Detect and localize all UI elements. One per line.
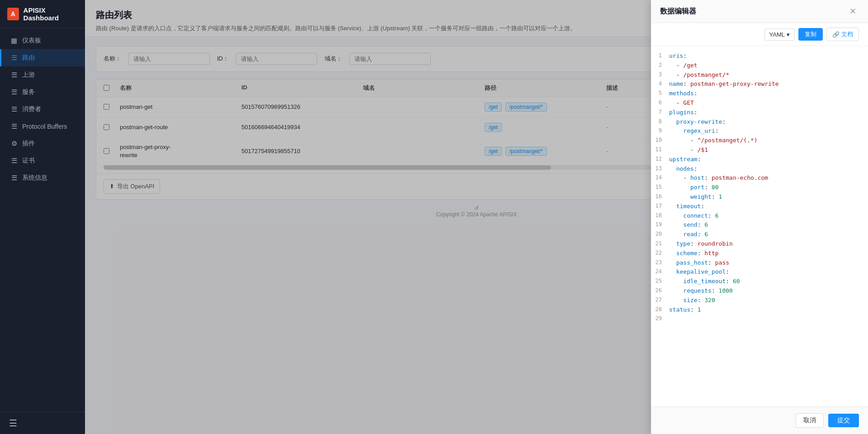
sidebar-item-routes[interactable]: ☰ 路由	[0, 49, 85, 66]
code-line: 25 idle_timeout: 60	[651, 277, 868, 286]
code-line: 18 connect: 6	[651, 211, 868, 221]
copy-button[interactable]: 复制	[798, 28, 823, 41]
data-editor-panel: 数据编辑器 ✕ YAML ▾ 复制 🔗 文档 1uris:2 - /get3 -…	[651, 0, 868, 434]
sidebar-item-label: 系统信息	[22, 174, 47, 182]
logo-icon: A	[7, 8, 19, 20]
sidebar-item-consumers[interactable]: ☰ 消费者	[0, 101, 85, 118]
code-line: 22 scheme: http	[651, 249, 868, 258]
format-label: YAML	[769, 31, 785, 38]
cancel-button[interactable]: 取消	[796, 413, 824, 428]
panel-toolbar: YAML ▾ 复制 🔗 文档	[651, 23, 868, 46]
sidebar-logo: A APISIX Dashboard	[0, 0, 85, 28]
close-button[interactable]: ✕	[847, 6, 859, 16]
code-line: 27 size: 320	[651, 296, 868, 305]
code-line: 23 pass_host: pass	[651, 258, 868, 268]
sidebar-item-label: 消费者	[22, 105, 41, 113]
sidebar-item-protocol-buffers[interactable]: ☰ Protocol Buffers	[0, 118, 85, 135]
upstream-icon: ☰	[10, 71, 18, 79]
sidebar-item-label: 服务	[22, 88, 35, 96]
panel-header: 数据编辑器 ✕	[651, 0, 868, 23]
code-line: 17 timeout:	[651, 202, 868, 211]
sidebar-item-label: 仪表板	[22, 37, 41, 45]
sidebar-item-system-info[interactable]: ☰ 系统信息	[0, 169, 85, 187]
code-line: 5methods:	[651, 89, 868, 98]
doc-button[interactable]: 🔗 文档	[826, 28, 859, 41]
sidebar-item-label: 证书	[22, 157, 35, 165]
code-line: 12upstream:	[651, 155, 868, 164]
sidebar-item-label: 路由	[22, 54, 35, 62]
code-line: 14 - host: postman-echo.com	[651, 173, 868, 183]
sidebar-item-label: Protocol Buffers	[22, 123, 67, 130]
panel-footer: 取消 提交	[651, 406, 868, 434]
code-line: 19 send: 6	[651, 220, 868, 230]
code-line: 11 - /$1	[651, 145, 868, 155]
link-icon: 🔗	[832, 31, 840, 38]
system-icon: ☰	[10, 174, 18, 182]
chevron-down-icon: ▾	[787, 31, 790, 38]
format-selector[interactable]: YAML ▾	[764, 28, 795, 41]
panel-title: 数据编辑器	[660, 7, 696, 16]
code-line: 13 nodes:	[651, 164, 868, 174]
sidebar-item-services[interactable]: ☰ 服务	[0, 84, 85, 101]
sidebar-nav: ▦ 仪表板 ☰ 路由 ☰ 上游 ☰ 服务 ☰ 消费者 ☰ Protocol Bu…	[0, 28, 85, 412]
code-editor[interactable]: 1uris:2 - /get3 - /postmanget/*4name: po…	[651, 46, 868, 406]
collapse-icon: ☰	[9, 418, 17, 428]
dashboard-icon: ▦	[10, 37, 18, 45]
sidebar-collapse-button[interactable]: ☰	[0, 412, 85, 434]
code-line: 8 proxy-rewrite:	[651, 117, 868, 127]
services-icon: ☰	[10, 88, 18, 96]
code-line: 29	[651, 314, 868, 323]
sidebar-item-label: 上游	[22, 71, 35, 79]
sidebar-item-plugins[interactable]: ⚙ 插件	[0, 135, 85, 152]
routes-icon: ☰	[10, 54, 18, 62]
code-line: 3 - /postmanget/*	[651, 70, 868, 80]
code-line: 15 port: 80	[651, 183, 868, 192]
code-line: 24 keepalive_pool:	[651, 267, 868, 277]
confirm-button[interactable]: 提交	[828, 414, 859, 427]
sidebar-item-dashboard[interactable]: ▦ 仪表板	[0, 32, 85, 49]
code-line: 10 - ^/postmanget/(.*)	[651, 136, 868, 145]
code-line: 26 requests: 1000	[651, 286, 868, 296]
sidebar-item-upstream[interactable]: ☰ 上游	[0, 66, 85, 84]
protocol-icon: ☰	[10, 122, 18, 131]
sidebar-item-label: 插件	[22, 140, 35, 148]
code-line: 4name: postman-get-proxy-rewrite	[651, 79, 868, 89]
consumers-icon: ☰	[10, 105, 18, 113]
code-line: 16 weight: 1	[651, 192, 868, 202]
code-line: 2 - /get	[651, 61, 868, 70]
doc-label: 文档	[841, 30, 853, 38]
code-line: 20 read: 6	[651, 230, 868, 239]
code-line: 21 type: roundrobin	[651, 239, 868, 249]
plugins-icon: ⚙	[10, 140, 18, 148]
certificates-icon: ☰	[10, 157, 18, 165]
code-line: 7plugins:	[651, 108, 868, 117]
sidebar: A APISIX Dashboard ▦ 仪表板 ☰ 路由 ☰ 上游 ☰ 服务 …	[0, 0, 85, 434]
sidebar-logo-text: APISIX Dashboard	[24, 6, 78, 22]
code-line: 6 - GET	[651, 98, 868, 108]
code-line: 1uris:	[651, 51, 868, 61]
code-line: 9 regex_uri:	[651, 126, 868, 136]
sidebar-item-certificates[interactable]: ☰ 证书	[0, 152, 85, 169]
code-line: 28status: 1	[651, 305, 868, 315]
